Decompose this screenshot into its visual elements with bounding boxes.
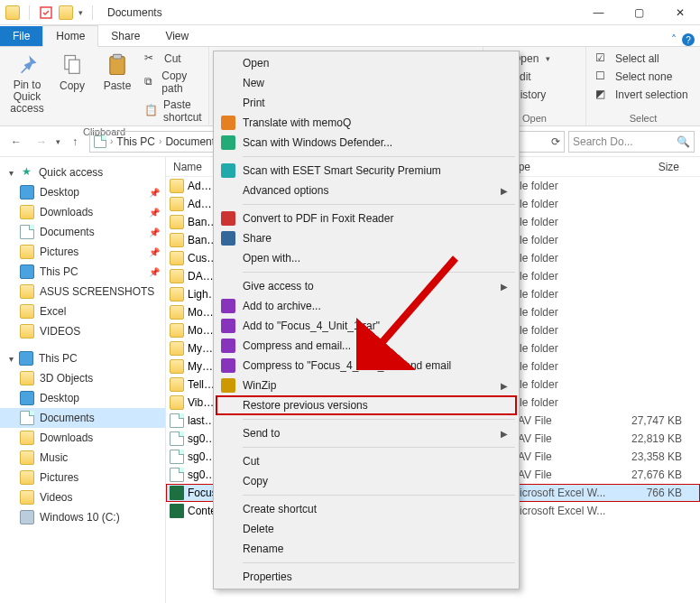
nav-item[interactable]: This PC📌 — [0, 262, 165, 282]
menu-item[interactable]: Rename — [216, 539, 517, 559]
crumb-documents[interactable]: Documents — [165, 135, 220, 148]
ribbon-tabs: File Home Share View ˄ ? — [0, 25, 700, 47]
star-icon: ★ — [19, 165, 33, 180]
menu-item[interactable]: Add to archive... — [216, 296, 517, 316]
menu-item[interactable]: Print — [216, 93, 517, 113]
shield-icon — [221, 135, 235, 150]
svg-rect-4 — [113, 54, 121, 59]
recent-locations-icon[interactable]: ▾ — [56, 137, 60, 146]
select-none-icon: ☐ — [595, 70, 610, 84]
nav-item[interactable]: Desktop — [0, 388, 165, 408]
chevron-right-icon[interactable]: › — [159, 136, 161, 146]
folder-icon — [20, 324, 34, 339]
nav-item[interactable]: Documents — [0, 408, 165, 428]
nav-item[interactable]: VIDEOS — [0, 321, 165, 341]
menu-item[interactable]: Translate with memoQ — [216, 113, 517, 133]
chevron-right-icon[interactable]: › — [110, 136, 113, 146]
folder-icon — [170, 197, 184, 211]
pin-icon: 📌 — [149, 227, 160, 237]
folder-icon — [170, 395, 184, 410]
forward-button[interactable]: → — [31, 131, 52, 153]
nav-item[interactable]: Pictures📌 — [0, 242, 165, 262]
share-icon — [221, 231, 235, 246]
menu-separator — [243, 562, 515, 563]
nav-item[interactable]: Excel — [0, 302, 165, 321]
tab-home[interactable]: Home — [42, 25, 98, 47]
menu-item[interactable]: Scan with ESET Smart Security Premium — [216, 161, 517, 181]
menu-item[interactable]: Share — [216, 228, 517, 248]
paste-shortcut-button[interactable]: 📋Paste shortcut — [143, 97, 205, 125]
pin-quick-access-button[interactable]: Pin to Quick access — [7, 51, 47, 117]
menu-item[interactable]: Open with... — [216, 248, 517, 268]
eset-icon — [221, 163, 235, 178]
qat-dropdown-icon[interactable]: ▾ — [78, 8, 83, 17]
search-input[interactable]: Search Do... 🔍 — [568, 131, 695, 153]
nav-item[interactable]: Windows 10 (C:) — [0, 507, 165, 527]
nav-item[interactable]: Desktop📌 — [0, 182, 165, 202]
menu-item[interactable]: Convert to PDF in Foxit Reader — [216, 209, 517, 228]
qat-newfolder-icon[interactable] — [59, 5, 73, 20]
menu-item[interactable]: Add to "Focus_4_Unit_1.rar" — [216, 316, 517, 336]
menu-item[interactable]: Scan with Windows Defender... — [216, 133, 517, 153]
docfile-icon — [170, 468, 184, 482]
menu-item[interactable]: New — [216, 73, 517, 93]
select-all-button[interactable]: ☑Select all — [594, 51, 690, 67]
nav-item[interactable]: Documents📌 — [0, 222, 165, 242]
menu-item[interactable]: Compress to "Focus_4_Unit_…." and email — [216, 356, 517, 376]
qat-divider — [29, 5, 30, 20]
menu-item[interactable]: Create shortcut — [216, 499, 517, 519]
qat-properties-icon[interactable] — [39, 5, 53, 20]
select-none-button[interactable]: ☐Select none — [594, 69, 690, 85]
window-title: Documents — [107, 6, 162, 19]
q-icon — [221, 116, 235, 130]
invert-icon: ◩ — [595, 88, 610, 102]
back-button[interactable]: ← — [5, 131, 27, 153]
menu-item[interactable]: Send to▶ — [216, 423, 517, 443]
menu-item[interactable]: Cut — [216, 451, 517, 471]
up-button[interactable]: ↑ — [64, 131, 86, 153]
submenu-arrow-icon: ▶ — [501, 381, 508, 391]
cut-button[interactable]: ✂Cut — [143, 51, 205, 67]
menu-item[interactable]: Restore previous versions — [216, 395, 517, 415]
nav-item[interactable]: Pictures — [0, 468, 165, 487]
copy-path-button[interactable]: ⧉Copy path — [143, 69, 205, 96]
folder-icon — [170, 305, 184, 320]
nav-item[interactable]: Downloads📌 — [0, 202, 165, 222]
maximize-button[interactable]: ▢ — [619, 0, 659, 25]
menu-item[interactable]: Delete — [216, 519, 517, 539]
menu-item[interactable]: Properties — [216, 567, 517, 587]
refresh-icon[interactable]: ⟳ — [551, 135, 560, 148]
pin-icon: 📌 — [149, 188, 160, 198]
nav-item[interactable]: 3D Objects — [0, 368, 165, 388]
menu-item[interactable]: Open — [216, 53, 517, 73]
breadcrumb-icon — [94, 135, 106, 148]
rar-icon — [221, 299, 235, 313]
search-icon[interactable]: 🔍 — [677, 135, 690, 148]
minimize-button[interactable]: — — [578, 0, 619, 25]
paste-button[interactable]: Paste — [97, 51, 137, 94]
menu-item[interactable]: Copy — [216, 471, 517, 491]
menu-item[interactable]: Compress and email... — [216, 336, 517, 356]
menu-item[interactable]: WinZip▶ — [216, 376, 517, 395]
folder-icon — [20, 284, 34, 299]
copy-button[interactable]: Copy — [52, 51, 92, 94]
tab-share[interactable]: Share — [98, 26, 152, 46]
tab-file[interactable]: File — [0, 26, 42, 46]
nav-item[interactable]: Music — [0, 448, 165, 468]
excel-icon — [170, 486, 184, 500]
help-icon[interactable]: ? — [682, 33, 695, 46]
menu-item[interactable]: Advanced options▶ — [216, 181, 517, 200]
crumb-this-pc[interactable]: This PC — [116, 135, 155, 148]
menu-item[interactable]: Give access to▶ — [216, 276, 517, 296]
nav-this-pc[interactable]: ▾ This PC — [0, 348, 165, 368]
nav-item[interactable]: Downloads — [0, 428, 165, 448]
nav-item[interactable]: Videos — [0, 487, 165, 507]
nav-item[interactable]: ASUS SCREENSHOTS — [0, 282, 165, 302]
nav-quick-access[interactable]: ▾ ★ Quick access — [0, 162, 165, 182]
tab-view[interactable]: View — [152, 26, 201, 46]
pin-icon: 📌 — [149, 267, 160, 277]
invert-selection-button[interactable]: ◩Invert selection — [594, 87, 690, 103]
ribbon-collapse-icon[interactable]: ˄ — [671, 33, 677, 46]
close-button[interactable]: ✕ — [659, 0, 700, 25]
folder-icon — [170, 179, 184, 193]
